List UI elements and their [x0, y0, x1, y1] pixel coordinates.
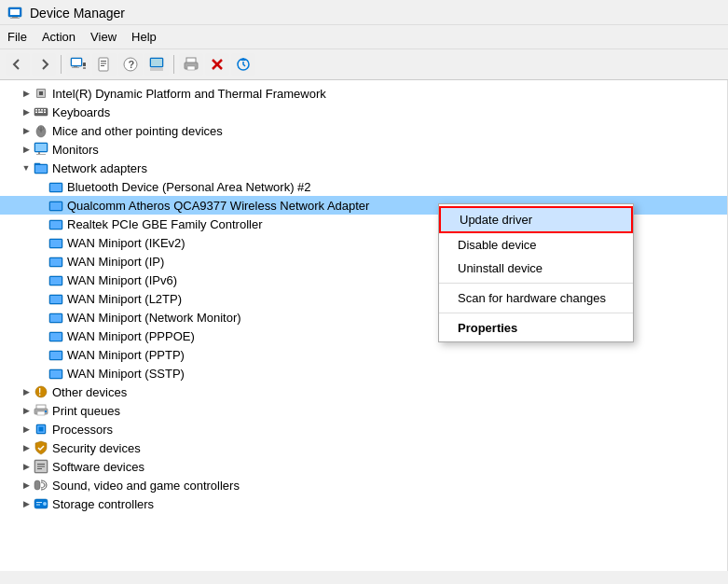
- svg-rect-18: [150, 68, 163, 71]
- menu-help[interactable]: Help: [124, 27, 164, 47]
- expand-intel[interactable]: [19, 86, 34, 101]
- svg-rect-7: [72, 67, 79, 68]
- svg-rect-52: [50, 221, 62, 229]
- tree-item-intel[interactable]: Intel(R) Dynamic Platform and Thermal Fr…: [0, 84, 727, 103]
- bluetooth-network-icon: [48, 179, 63, 194]
- help-toolbar-btn[interactable]: ?: [118, 53, 143, 76]
- tree-item-processors[interactable]: Processors: [0, 420, 727, 438]
- svg-rect-32: [41, 109, 43, 111]
- svg-rect-41: [35, 144, 47, 151]
- svg-rect-8: [83, 63, 86, 66]
- toolbar-sep-2: [173, 55, 174, 74]
- svg-rect-50: [50, 202, 62, 210]
- wan-ipv6-icon: [48, 272, 63, 287]
- expand-software[interactable]: [19, 459, 34, 474]
- tree-item-other[interactable]: ! Other devices: [0, 382, 727, 401]
- menu-action[interactable]: Action: [34, 27, 83, 47]
- software-icon: [34, 459, 48, 474]
- tree-item-software[interactable]: Software devices: [0, 457, 727, 476]
- processor-icon: [34, 422, 48, 437]
- context-separator-2: [439, 313, 633, 313]
- tree-item-print[interactable]: Print queues: [0, 401, 727, 420]
- tree-item-keyboards[interactable]: Keyboards: [0, 103, 727, 121]
- wan-l2tp-icon: [48, 291, 63, 306]
- properties-toolbar-btn[interactable]: [92, 53, 117, 76]
- expand-processors[interactable]: [19, 422, 34, 437]
- bluetooth-label: Bluetooth Device (Personal Area Network)…: [67, 180, 311, 194]
- svg-rect-74: [45, 410, 47, 412]
- svg-point-85: [43, 502, 47, 506]
- sound-icon: [34, 478, 48, 493]
- svg-text:?: ?: [129, 59, 135, 70]
- tree-item-wan-sstp[interactable]: WAN Miniport (SSTP): [0, 364, 727, 382]
- security-icon: [34, 440, 48, 455]
- menu-file[interactable]: File: [0, 27, 34, 47]
- network-folder-icon: [34, 160, 48, 175]
- keyboard-icon: [34, 104, 48, 119]
- svg-rect-5: [72, 59, 81, 65]
- svg-rect-60: [50, 296, 62, 303]
- qualcomm-label: Qualcomm Atheros QCA9377 Wireless Networ…: [67, 199, 369, 213]
- tree-item-security[interactable]: Security devices: [0, 438, 727, 457]
- forward-button[interactable]: [32, 53, 56, 76]
- expand-mice[interactable]: [19, 123, 34, 138]
- tree-item-sound[interactable]: Sound, video and game controllers: [0, 476, 727, 494]
- expand-storage[interactable]: [19, 496, 34, 511]
- svg-rect-34: [35, 112, 37, 114]
- mouse-icon: [34, 123, 48, 138]
- menu-view[interactable]: View: [83, 27, 124, 47]
- svg-rect-56: [50, 258, 62, 266]
- scan-toolbar-btn[interactable]: [231, 53, 255, 76]
- expand-sound[interactable]: [19, 478, 34, 493]
- svg-rect-68: [50, 370, 62, 378]
- expand-security[interactable]: [19, 440, 34, 455]
- expand-monitors[interactable]: [19, 142, 34, 157]
- expand-other[interactable]: [19, 384, 34, 399]
- wan-pptp-label: WAN Miniport (PPTP): [67, 348, 185, 362]
- security-label: Security devices: [52, 441, 141, 455]
- svg-rect-83: [34, 480, 40, 490]
- expand-print[interactable]: [19, 403, 34, 418]
- context-scan-hardware[interactable]: Scan for hardware changes: [439, 286, 633, 310]
- tree-item-storage[interactable]: Storage controllers: [0, 494, 727, 513]
- intel-label: Intel(R) Dynamic Platform and Thermal Fr…: [52, 87, 326, 101]
- wan-pppoe-icon: [48, 328, 63, 343]
- back-button[interactable]: [6, 53, 30, 76]
- wan-sstp-icon: [48, 366, 63, 381]
- monitors-label: Monitors: [52, 143, 99, 157]
- context-update-driver[interactable]: Update driver: [439, 206, 633, 233]
- network-label: Network adapters: [52, 161, 147, 175]
- wan-pptp-icon: [48, 347, 63, 362]
- device-manager-toolbar-btn[interactable]: [66, 53, 90, 76]
- mice-label: Mice and other pointing devices: [52, 124, 223, 138]
- title-bar: Device Manager: [0, 0, 728, 25]
- wan-ikev2-label: WAN Miniport (IKEv2): [67, 236, 185, 250]
- context-uninstall-device[interactable]: Uninstall device: [439, 257, 633, 280]
- svg-text:!: !: [38, 387, 41, 397]
- svg-rect-17: [151, 59, 162, 66]
- print-toolbar-btn[interactable]: [179, 53, 203, 76]
- expand-keyboards[interactable]: [19, 104, 34, 119]
- other-icon: !: [34, 384, 48, 399]
- context-properties[interactable]: Properties: [439, 316, 633, 340]
- realtek-network-icon: [48, 216, 63, 231]
- expand-network[interactable]: [19, 160, 34, 175]
- app-icon: [7, 6, 22, 21]
- tree-item-mice[interactable]: Mice and other pointing devices: [0, 121, 727, 140]
- svg-rect-46: [35, 165, 47, 173]
- tree-item-wan-pptp[interactable]: WAN Miniport (PPTP): [0, 345, 727, 364]
- svg-rect-87: [36, 505, 40, 506]
- tree-item-monitors[interactable]: Monitors: [0, 140, 727, 159]
- svg-rect-30: [35, 109, 37, 111]
- storage-label: Storage controllers: [52, 497, 154, 511]
- delete-toolbar-btn[interactable]: [205, 53, 229, 76]
- svg-rect-43: [36, 154, 46, 155]
- wan-ip-label: WAN Miniport (IP): [67, 255, 164, 269]
- context-disable-device[interactable]: Disable device: [439, 233, 633, 257]
- svg-rect-58: [50, 277, 62, 285]
- tree-item-network[interactable]: Network adapters: [0, 159, 727, 177]
- update-toolbar-btn[interactable]: [144, 53, 169, 76]
- svg-rect-45: [34, 163, 40, 165]
- tree-item-bluetooth[interactable]: Bluetooth Device (Personal Area Network)…: [0, 177, 727, 196]
- title-bar-text: Device Manager: [30, 6, 125, 21]
